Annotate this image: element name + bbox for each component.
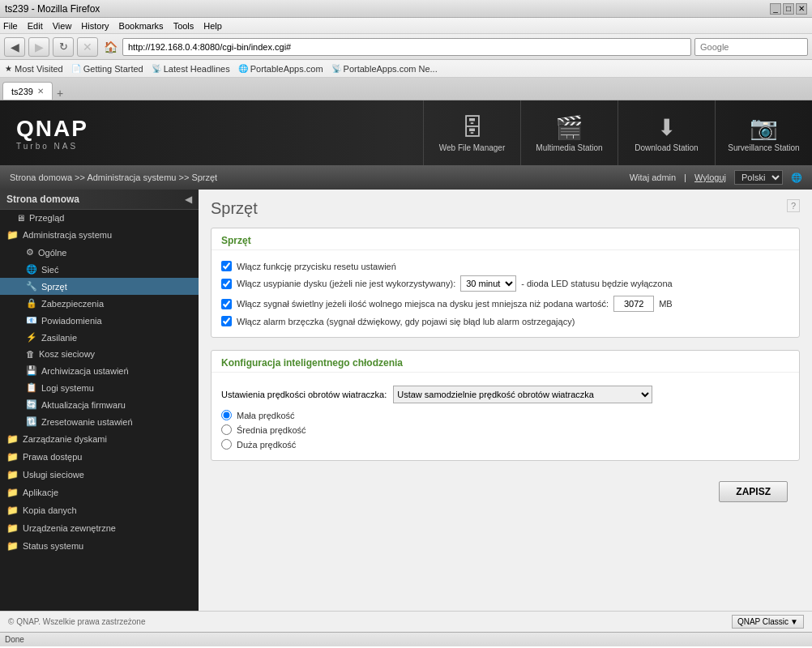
folder-netservices-icon: 📁 [6,469,19,480]
sidebar-collapse-button[interactable]: ◀ [185,194,192,205]
sleep-suffix: - dioda LED statusu będzie wyłączona [521,279,673,288]
radio-high-speed[interactable] [221,439,232,450]
menu-view[interactable]: View [53,21,72,31]
bookmark-getting-started[interactable]: 📄 Getting Started [71,64,143,74]
sidebar-item-overview[interactable]: 🖥 Przegląd [0,210,199,226]
backup-settings-icon: 💾 [26,365,37,376]
search-input[interactable] [694,38,808,56]
checkbox-sleep[interactable] [221,279,232,289]
star-icon: ★ [5,64,12,73]
sidebar-folder-access-rights[interactable]: 📁 Prawa dostępu [0,448,199,466]
menu-tools[interactable]: Tools [173,21,194,31]
save-button[interactable]: ZAPISZ [719,481,788,502]
sidebar-folder-system-status[interactable]: 📁 Status systemu [0,537,199,555]
logout-link[interactable]: Wyloguj [694,173,726,182]
globe-icon: 🌐 [238,64,248,73]
classic-button[interactable]: QNAP Classic ▼ [732,615,804,629]
bookmark-portableapps-ne[interactable]: 📡 PortableApps.com Ne... [331,64,438,74]
dropdown-arrow-icon: ▼ [790,617,798,626]
sidebar-item-general[interactable]: ⚙ Ogólne [0,244,199,261]
multimedia-station-icon: 🎬 [555,114,583,141]
menu-history[interactable]: History [81,21,109,31]
back-button[interactable]: ◀ [4,37,25,57]
sidebar-folder-network-services[interactable]: 📁 Usługi sieciowe [0,466,199,484]
folder-admin-icon: 📁 [6,229,19,241]
sidebar-item-firmware[interactable]: 🔄 Aktualizacja firmwaru [0,396,199,413]
checkbox-row-signal: Włącz sygnał świetlny jeżeli ilość wolne… [221,296,789,312]
sidebar-folder-external-devices[interactable]: 📁 Urządzenia zewnętrzne [0,519,199,537]
qnap-logo-text: QNAP [16,116,88,142]
address-bar[interactable] [122,38,691,56]
stop-button[interactable]: ✕ [77,37,98,57]
radio-row-low: Mała prędkość [221,410,789,420]
sidebar-folder-admin[interactable]: 📁 Administracja systemu [0,226,199,244]
hardware-icon: 🔧 [26,281,37,292]
breadcrumb-right: Witaj admin | Wyloguj Polski 🌐 [630,170,802,185]
qnap-body: Strona domowa ◀ 🖥 Przegląd 📁 Administrac… [0,190,812,611]
sidebar-item-security[interactable]: 🔒 Zabezpieczenia [0,295,199,312]
security-icon: 🔒 [26,298,37,309]
sidebar-item-notifications[interactable]: 📧 Powiadomienia [0,312,199,329]
sidebar-folder-disk-management[interactable]: 📁 Zarządzanie dyskami [0,430,199,448]
sidebar-item-recycle[interactable]: 🗑 Kosz sieciowy [0,346,199,362]
logs-icon: 📋 [26,382,37,393]
hardware-section: Sprzęt Włącz funkcję przycisku resetu us… [211,228,800,338]
new-tab-button[interactable]: + [57,87,63,100]
sidebar-item-backup-settings[interactable]: 💾 Archiwizacja ustawień [0,362,199,379]
sidebar-folder-backup[interactable]: 📁 Kopia danych [0,501,199,519]
sidebar-item-network[interactable]: 🌐 Sieć [0,261,199,278]
welcome-text: Witaj admin [630,173,676,182]
radio-low-speed[interactable] [221,410,232,420]
radio-low-speed-label: Mała prędkość [237,411,295,420]
forward-button[interactable]: ▶ [28,37,49,57]
checkbox-reset[interactable] [221,261,232,271]
folder-external-icon: 📁 [6,522,19,534]
sidebar-item-reset[interactable]: 🔃 Zresetowanie ustawień [0,413,199,430]
bookmarks-bar: ★ Most Visited 📄 Getting Started 📡 Lates… [0,60,812,78]
minimize-button[interactable]: _ [770,3,781,15]
qnap-header: QNAP Turbo NAS 🗄 Web File Manager 🎬 Mult… [0,100,812,165]
fan-speed-dropdown[interactable]: Ustaw samodzielnie prędkość obrotów wiat… [393,386,652,403]
menu-file[interactable]: File [3,21,18,31]
checkbox-row-reset: Włącz funkcję przycisku resetu ustawień [221,261,789,271]
bookmark-latest-headlines[interactable]: 📡 Latest Headlines [152,64,230,74]
nav-web-file-manager[interactable]: 🗄 Web File Manager [423,100,520,165]
language-select[interactable]: Polski [734,170,783,185]
sidebar-folder-apps[interactable]: 📁 Aplikacje [0,484,199,501]
tab-ts239[interactable]: ts239 ✕ [2,82,53,100]
menu-help[interactable]: Help [203,21,222,31]
close-button[interactable]: ✕ [796,3,807,15]
sidebar-item-logs[interactable]: 📋 Logi systemu [0,379,199,396]
qnap-footer: © QNAP. Wszelkie prawa zastrzeżone QNAP … [0,611,812,632]
radio-high-speed-label: Duża prędkość [237,440,296,450]
sidebar-item-power[interactable]: ⚡ Zasilanie [0,329,199,346]
maximize-button[interactable]: □ [783,3,794,15]
tab-close-button[interactable]: ✕ [37,87,44,96]
reload-button[interactable]: ↻ [53,37,74,57]
checkbox-buzzer[interactable] [221,316,232,326]
browser-title: ts239 - Mozilla Firefox [5,3,100,15]
sleep-time-dropdown[interactable]: 30 minut [460,275,516,292]
help-icon[interactable]: ? [787,199,800,212]
sidebar-title: Strona domowa [6,194,79,205]
radio-medium-speed[interactable] [221,424,232,435]
nav-multimedia-station[interactable]: 🎬 Multimedia Station [520,100,618,165]
nav-surveillance-station[interactable]: 📷 Surveillance Station [715,100,812,165]
folder-apps-icon: 📁 [6,487,19,498]
sidebar-item-hardware[interactable]: 🔧 Sprzęt [0,278,199,295]
checkbox-sleep-label: Włącz usypianie dysku (jeżeli nie jest w… [237,279,455,288]
disk-space-input[interactable] [613,296,654,312]
bookmark-most-visited[interactable]: ★ Most Visited [5,64,63,74]
menu-bookmarks[interactable]: Bookmarks [119,21,164,31]
checkbox-signal[interactable] [221,299,232,309]
folder-status-icon: 📁 [6,540,19,552]
breadcrumb-text: Strona domowa >> Administracja systemu >… [10,173,217,182]
status-text: Done [5,635,24,644]
checkbox-row-buzzer: Włącz alarm brzęczka (sygnał dźwiękowy, … [221,316,789,326]
nav-download-station[interactable]: ⬇ Download Station [618,100,715,165]
bookmark-portableapps[interactable]: 🌐 PortableApps.com [238,64,323,74]
checkbox-row-sleep: Włącz usypianie dysku (jeżeli nie jest w… [221,275,789,292]
download-station-icon: ⬇ [657,114,676,141]
home-button[interactable]: 🏠 [101,38,119,56]
menu-edit[interactable]: Edit [28,21,43,31]
